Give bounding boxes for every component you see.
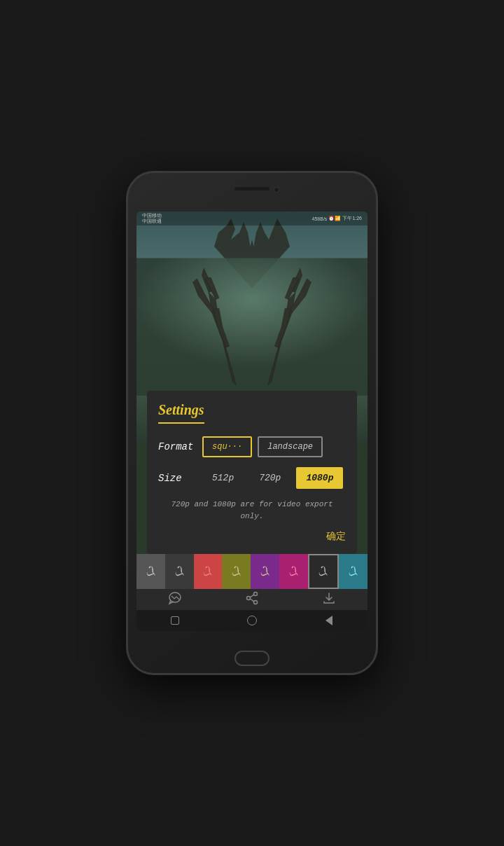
size-note: 720p and 1080p are for video export only… [158,499,346,522]
color-item-dark[interactable]: ℒ [165,554,194,589]
size-label: Size [158,473,197,484]
color-item-purple[interactable]: ℒ [251,554,279,589]
brush-icon-gray: ℒ [146,564,155,579]
phone-camera [274,187,279,193]
brush-icon-purple: ℒ [260,564,270,579]
brush-icon-active: ℒ [318,564,328,579]
format-label: Format [158,441,197,452]
phone-screen: 中国移动 中国联通 458B/s ⏰📶 下午1:26 [136,212,368,631]
format-square-button[interactable]: squ··· [202,436,252,457]
phone-speaker [234,187,270,190]
recent-apps-icon [171,616,179,625]
color-item-gray[interactable]: ℒ [136,554,165,589]
nav-back-button[interactable] [322,613,336,627]
bottom-toolbar [136,589,368,610]
color-item-teal[interactable]: ℒ [339,554,368,589]
format-landscape-button[interactable]: landscape [258,436,323,457]
settings-modal: Settings Format squ··· landscape Size 51… [147,391,357,554]
color-item-active[interactable]: ℒ [308,554,340,589]
color-item-pink[interactable]: ℒ [194,554,223,589]
screen-nav-bar [136,610,368,631]
nav-home-button[interactable] [245,613,259,627]
svg-point-13 [254,601,258,604]
brush-icon-pink: ℒ [203,564,212,579]
carrier-info: 中国移动 中国联通 [142,213,162,225]
svg-line-16 [250,599,254,602]
brush-icon-olive: ℒ [232,564,241,579]
download-button[interactable] [322,591,336,608]
confirm-button[interactable]: 确定 [326,530,346,543]
confirm-row: 确定 [158,530,346,543]
share-button[interactable] [245,591,259,608]
brush-icon-dark: ℒ [175,564,184,579]
status-right: 458B/s ⏰📶 下午1:26 [312,215,362,222]
svg-point-14 [247,597,251,600]
size-512p-button[interactable]: 512p [202,467,244,489]
size-720p-button[interactable]: 720p [249,467,290,489]
size-row: Size 512p 720p 1080p [158,467,346,489]
home-icon [247,616,257,625]
svg-point-12 [254,592,258,596]
brush-icon-magenta: ℒ [289,564,298,579]
brush-icon-teal: ℒ [349,564,358,579]
svg-line-15 [250,595,254,597]
color-strip: ℒ ℒ ℒ ℒ ℒ ℒ ℒ ℒ [136,554,368,589]
format-row: Format squ··· landscape [158,436,346,457]
color-item-magenta[interactable]: ℒ [279,554,308,589]
color-item-olive[interactable]: ℒ [222,554,251,589]
messenger-button[interactable] [168,591,182,608]
back-icon [326,616,332,625]
svg-rect-0 [136,258,368,396]
settings-title: Settings [158,402,204,424]
status-bar: 中国移动 中国联通 458B/s ⏰📶 下午1:26 [136,212,368,226]
size-1080p-button[interactable]: 1080p [296,467,343,489]
phone-home-button[interactable] [234,651,270,666]
phone-device: 中国移动 中国联通 458B/s ⏰📶 下午1:26 [126,171,378,675]
nav-recent-button[interactable] [168,613,182,627]
